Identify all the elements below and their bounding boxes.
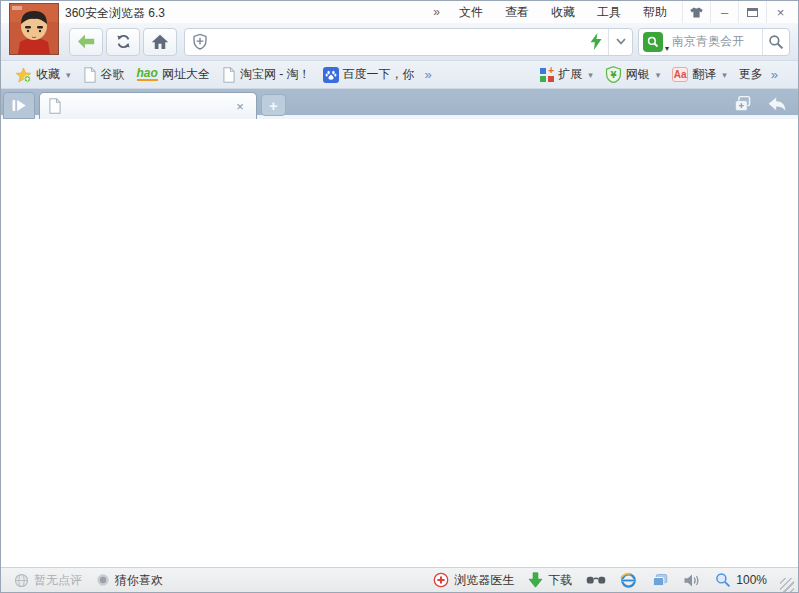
download-label: 下载 (548, 572, 572, 589)
avatar[interactable] (9, 3, 59, 55)
translate-button[interactable]: Aa 翻译 ▾ (666, 63, 733, 86)
translate-caret-icon: ▾ (722, 70, 727, 80)
search-box[interactable]: ▾ 南京青奥会开 (638, 28, 790, 56)
bookmark-hao123[interactable]: hao 网址大全 (131, 63, 216, 86)
bank-caret-icon: ▾ (656, 70, 661, 80)
extensions-label: 扩展 (558, 66, 582, 83)
skin-button[interactable] (682, 1, 710, 23)
ie-icon (620, 572, 637, 589)
browser-doctor-item[interactable]: 浏览器医生 (426, 570, 521, 591)
translate-label: 翻译 (692, 66, 716, 83)
zoom-level-text: 100% (736, 573, 767, 587)
undo-arrow-icon (767, 96, 787, 113)
ie-mode-button[interactable] (613, 570, 644, 591)
refresh-icon (115, 33, 132, 50)
menu-favorites[interactable]: 收藏 (542, 2, 584, 23)
site-safety-shield-icon[interactable] (185, 32, 215, 51)
favorites-button[interactable]: 收藏 ▾ (9, 63, 77, 86)
translate-aa-icon: Aa (672, 67, 688, 82)
tshirt-icon (689, 6, 704, 19)
bookmarks-bar: 收藏 ▾ 谷歌 hao 网址大全 淘宝网 - 淘！ (1, 61, 798, 89)
status-bar: 暂无点评 猜你喜欢 浏览器医生 下载 (1, 567, 798, 592)
navigation-toolbar: ▾ 南京青奥会开 (1, 23, 798, 61)
baidu-paw-icon (323, 67, 339, 83)
tab-list-button[interactable] (3, 92, 35, 119)
bookmark-label: 谷歌 (101, 66, 125, 83)
menu-file[interactable]: 文件 (450, 2, 492, 23)
minimize-button[interactable]: – (710, 1, 738, 23)
more-chevron-icon: » (767, 67, 782, 82)
download-arrow-icon (528, 572, 543, 588)
tab-list-icon (11, 98, 28, 113)
extensions-caret-icon: ▾ (588, 70, 593, 80)
tab-bar: × + (1, 89, 798, 119)
search-engine-logo-icon[interactable]: ▾ (643, 32, 663, 52)
bookmark-google[interactable]: 谷歌 (77, 63, 131, 86)
bookmarks-overflow-icon[interactable]: » (421, 67, 436, 82)
close-button[interactable]: × (766, 1, 794, 23)
search-engine-caret-icon[interactable]: ▾ (665, 44, 669, 53)
extensions-button[interactable]: + 扩展 ▾ (534, 63, 599, 86)
reopen-closed-tab-button[interactable] (764, 93, 790, 115)
speed-bolt-icon[interactable] (584, 33, 608, 50)
windows-stack-icon (651, 573, 669, 588)
restore-window-button[interactable] (730, 93, 756, 115)
maximize-button[interactable] (738, 1, 766, 23)
bookmark-taobao[interactable]: 淘宝网 - 淘！ (216, 63, 317, 86)
new-tab-button[interactable]: + (261, 94, 286, 116)
lightning-icon (590, 33, 603, 50)
address-input[interactable] (215, 30, 584, 54)
back-button[interactable] (69, 28, 103, 56)
tab-page-icon (48, 98, 62, 114)
home-button[interactable] (143, 28, 177, 56)
speaker-icon (683, 573, 701, 588)
maximize-icon (747, 8, 758, 17)
menu-bar: » 文件 查看 收藏 工具 帮助 (427, 1, 676, 23)
bank-label: 网银 (626, 66, 650, 83)
bookmark-baidu[interactable]: 百度一下，你 (317, 63, 421, 86)
hao123-logo-icon: hao (137, 68, 158, 81)
bookmark-label: 百度一下，你 (343, 66, 415, 83)
download-item[interactable]: 下载 (521, 570, 579, 591)
guess-you-like-item[interactable]: 猜你喜欢 (89, 570, 170, 591)
guess-you-like-label: 猜你喜欢 (115, 572, 163, 589)
menu-tools[interactable]: 工具 (588, 2, 630, 23)
bookmark-label: 网址大全 (162, 66, 210, 83)
window-title: 360安全浏览器 6.3 (65, 5, 165, 22)
extensions-grid-icon: + (540, 68, 554, 82)
bank-button[interactable]: ¥ 网银 ▾ (599, 63, 667, 86)
favorites-star-icon (15, 67, 32, 83)
window-controls: – × (682, 1, 794, 23)
menu-view[interactable]: 查看 (496, 2, 538, 23)
site-reviews-item[interactable]: 暂无点评 (7, 570, 89, 591)
active-tab[interactable]: × (39, 92, 257, 119)
magnifier-white-icon (647, 36, 659, 48)
incognito-button[interactable] (579, 572, 613, 589)
site-reviews-label: 暂无点评 (34, 572, 82, 589)
svg-text:¥: ¥ (610, 70, 616, 80)
glasses-icon (586, 574, 606, 587)
title-bar: 360安全浏览器 6.3 » 文件 查看 收藏 工具 帮助 – × (1, 1, 798, 23)
bank-shield-icon: ¥ (605, 66, 622, 83)
back-arrow-icon (77, 33, 96, 50)
duplicate-tab-icon (733, 95, 753, 113)
address-dropdown-button[interactable] (608, 29, 632, 55)
favorites-label: 收藏 (36, 66, 60, 83)
search-button[interactable] (762, 29, 789, 55)
menu-help[interactable]: 帮助 (634, 2, 676, 23)
menu-overflow-icon[interactable]: » (427, 3, 446, 21)
search-hotword-text[interactable]: 南京青奥会开 (665, 33, 762, 50)
zoom-magnifier-icon (715, 572, 731, 588)
window-mode-button[interactable] (644, 571, 676, 590)
page-icon (222, 67, 236, 83)
resize-grip[interactable] (780, 578, 794, 592)
tab-close-button[interactable]: × (232, 98, 248, 114)
more-button[interactable]: 更多 » (733, 63, 788, 86)
zoom-control[interactable]: 100% (708, 570, 774, 590)
home-icon (151, 33, 169, 50)
shield-plus-icon (191, 32, 209, 51)
refresh-button[interactable] (106, 28, 140, 56)
magnifier-icon (768, 34, 784, 50)
address-bar[interactable] (184, 28, 633, 56)
mute-button[interactable] (676, 571, 708, 590)
